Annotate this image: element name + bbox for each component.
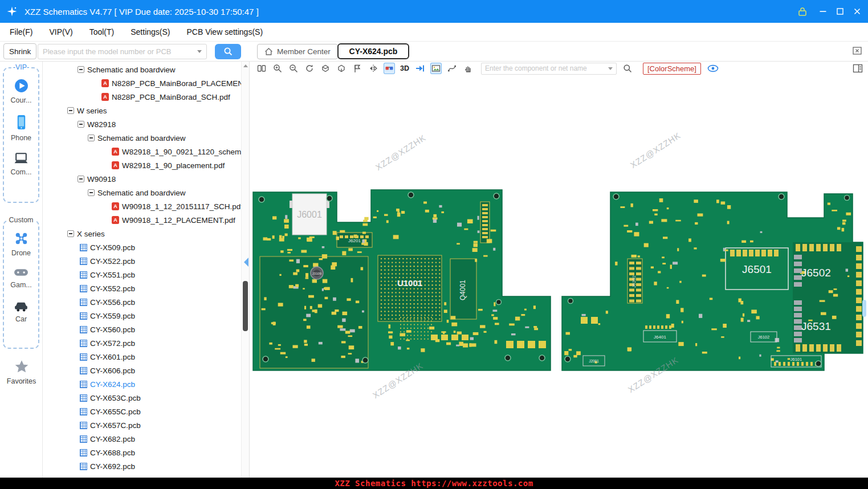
tree-item[interactable]: CY-X653C.pcb [43, 391, 241, 405]
zoom-in-icon[interactable] [272, 63, 283, 74]
flip-horizontal-icon[interactable] [368, 63, 378, 74]
tree-item[interactable]: W90918 [43, 172, 241, 186]
model-search-input[interactable] [38, 47, 197, 56]
stereo-view-icon[interactable] [384, 63, 394, 74]
collapse-toggle-icon[interactable] [78, 176, 84, 182]
title-bar: XZZ Schematics V4.77 [ VIP Due date: 202… [0, 0, 868, 23]
shrink-button[interactable]: Shrink [3, 43, 36, 59]
sidebar-item-course[interactable]: Cour... [4, 78, 38, 104]
gamepad-icon [13, 267, 29, 278]
sidebar-item-car[interactable]: Car [4, 299, 38, 323]
image-mode-icon[interactable] [431, 63, 441, 74]
tree-item[interactable]: CY-X552.pcb [43, 282, 241, 295]
3d-toggle[interactable]: 3D [400, 64, 409, 72]
minimize-button[interactable] [814, 3, 832, 20]
tab-cy-x624[interactable]: CY-X624.pcb [337, 43, 409, 59]
tree-item-label: W90918_1_12_20151117_SCH.pdf [122, 202, 243, 211]
zoom-out-icon[interactable] [288, 63, 299, 74]
tree-item[interactable]: CY-X559.pcb [43, 309, 241, 323]
tree-item[interactable]: CY-X551.pcb [43, 268, 241, 282]
close-tabs-icon[interactable] [852, 46, 862, 56]
chevron-down-icon[interactable] [197, 50, 202, 53]
tree-item[interactable]: CY-X560.pcb [43, 323, 241, 336]
tree-item[interactable]: W82918 [43, 117, 241, 131]
collapse-toggle-icon[interactable] [78, 121, 84, 128]
tree-item-label: CY-X624.pcb [90, 380, 135, 389]
jump-arrow-icon[interactable] [415, 63, 425, 74]
tree-item[interactable]: CY-X606.pcb [43, 364, 241, 377]
tree-item[interactable]: CY-X692.pcb [43, 459, 241, 473]
refresh-icon[interactable] [304, 63, 315, 74]
canvas-scrollbar-thumb[interactable] [862, 300, 866, 317]
tree-item[interactable]: CY-X655C.pcb [43, 405, 241, 418]
collapse-toggle-icon[interactable] [67, 230, 74, 237]
tree-item[interactable]: W series [43, 104, 241, 117]
menu-item-settingss[interactable]: Settings(S) [131, 27, 170, 36]
tree-item[interactable]: AW82918_1_90_placement.pdf [43, 158, 241, 172]
sidebar-item-game[interactable]: Gam... [4, 267, 38, 289]
collapse-toggle-icon[interactable] [67, 107, 74, 114]
chevron-down-icon[interactable] [608, 67, 613, 70]
close-button[interactable] [849, 3, 866, 20]
tree-scrollbar[interactable] [241, 62, 249, 478]
visibility-eye-icon[interactable] [707, 63, 719, 74]
pan-hand-icon[interactable] [463, 63, 473, 74]
pcb-file-icon [80, 463, 87, 470]
member-center-button[interactable]: Member Center [257, 44, 338, 59]
search-button[interactable] [215, 44, 241, 59]
top-layer-icon[interactable] [320, 63, 331, 74]
tree-scrollbar-thumb[interactable] [243, 281, 248, 331]
vip-lock-icon[interactable] [794, 3, 811, 20]
tree-item[interactable]: CY-X509.pcb [43, 241, 241, 254]
tree-item[interactable]: AN828P_PCB_MainBorad_SCH.pdf [43, 90, 241, 104]
tree-item[interactable]: AN828P_PCB_MainBorad_PLACEMENT [43, 76, 241, 90]
pcb-canvas[interactable]: J6001J6201J3109U1001Q4001J6202J6501J6502… [250, 75, 868, 478]
tree-item[interactable]: Schematic and boardview [43, 186, 241, 199]
collapse-toggle-icon[interactable] [88, 189, 95, 196]
tree-item[interactable]: Schematic and boardview [43, 63, 241, 76]
pcb-view[interactable]: J6001J6201J3109U1001Q4001J6202J6501J6502… [250, 75, 868, 478]
component-search-icon[interactable] [622, 63, 633, 74]
collapse-panel-icon[interactable] [244, 258, 248, 267]
maximize-button[interactable] [832, 3, 849, 20]
bottom-layer-icon[interactable] [336, 63, 347, 74]
sidebar-item-favorites[interactable]: Favorites [0, 359, 43, 385]
model-search-box[interactable] [38, 44, 207, 59]
sidebar-item-label: Car [15, 315, 27, 323]
split-view-icon[interactable] [256, 63, 267, 74]
sidebar-item-phone[interactable]: Phone [4, 114, 38, 142]
marker-flag-icon[interactable] [352, 63, 362, 74]
layer-panel-icon[interactable] [853, 63, 863, 74]
tree-item[interactable]: AW90918_1_12_20151117_SCH.pdf [43, 199, 241, 213]
sidebar-item-computer[interactable]: Com... [4, 152, 38, 176]
menu-item-filef[interactable]: File(F) [10, 27, 32, 36]
scroll-up-icon[interactable] [243, 64, 248, 67]
tree-item[interactable]: CY-X624.pcb [43, 377, 241, 391]
tree-item[interactable]: CY-X522.pcb [43, 254, 241, 268]
menu-item-toolt[interactable]: Tool(T) [89, 27, 115, 36]
tree-item-label: CY-X682.pcb [90, 435, 135, 443]
tree-item-label: W82918_1_90_0921_1120_schema [122, 148, 246, 156]
collapse-toggle-icon[interactable] [78, 66, 84, 73]
tree-item-label: CY-X601.pcb [90, 353, 135, 361]
tree-item[interactable]: AW82918_1_90_0921_1120_schema [43, 145, 241, 158]
tree-item[interactable]: X series [43, 227, 241, 241]
tree-item[interactable]: AW90918_1_12_PLACEMENT.pdf [43, 213, 241, 227]
menu-item-pcbviewsettingss[interactable]: PCB View settings(S) [186, 27, 263, 36]
tree-item[interactable]: CY-X657C.pcb [43, 418, 241, 432]
tree-item[interactable]: Schematic and boardview [43, 131, 241, 145]
component-search-input[interactable] [482, 64, 608, 72]
menu-item-vipv[interactable]: VIP(V) [49, 27, 72, 36]
measure-curve-icon[interactable] [447, 63, 457, 74]
tree-item[interactable]: CY-X556.pcb [43, 295, 241, 309]
pcb-file-icon [80, 312, 87, 320]
tree-item[interactable]: CY-X682.pcb [43, 432, 241, 446]
collapse-toggle-icon[interactable] [88, 135, 95, 141]
sidebar-item-drone[interactable]: Drone [4, 231, 38, 257]
tree-item[interactable]: CY-X572.pcb [43, 336, 241, 350]
tree-item-label: W series [77, 107, 107, 115]
tree-item[interactable]: CY-X601.pcb [43, 350, 241, 364]
component-search-box[interactable] [481, 63, 617, 75]
tree-item[interactable]: CY-X688.pcb [43, 446, 241, 459]
colorscheme-button[interactable]: [ColorScheme] [643, 63, 701, 75]
